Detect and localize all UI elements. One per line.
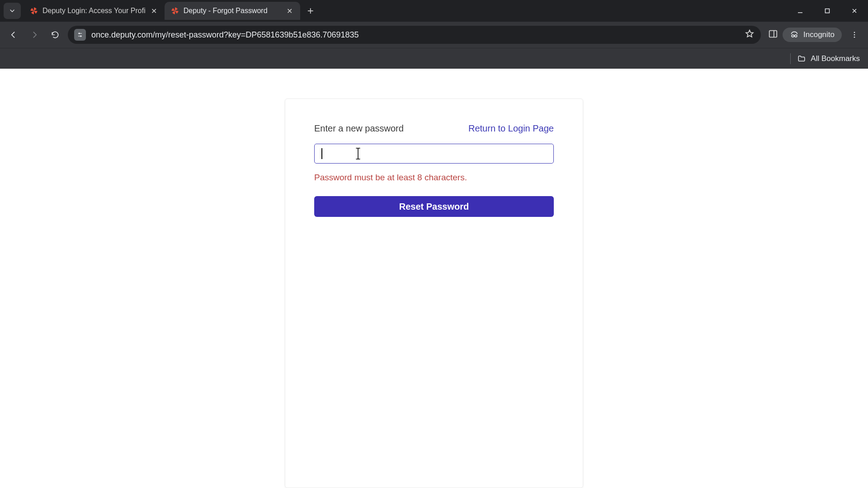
incognito-icon [790, 30, 799, 39]
minimize-icon [797, 8, 803, 14]
chevron-down-icon [9, 7, 16, 14]
tab-search-dropdown[interactable] [4, 3, 21, 19]
folder-icon [797, 55, 806, 63]
browser-tab[interactable]: Deputy - Forgot Password ✕ [165, 2, 300, 20]
nav-back-button[interactable] [5, 27, 22, 43]
bookmark-star-button[interactable] [745, 29, 755, 41]
tab-title: Deputy - Forgot Password [184, 7, 281, 15]
tab-close-button[interactable]: ✕ [286, 7, 294, 15]
window-maximize-button[interactable] [814, 0, 841, 22]
site-info-button[interactable] [74, 29, 86, 41]
address-bar[interactable]: once.deputy.com/my/reset-password?key=DP… [68, 26, 761, 44]
star-icon [745, 29, 755, 39]
svg-rect-1 [826, 9, 830, 13]
all-bookmarks-button[interactable]: All Bookmarks [797, 54, 860, 63]
incognito-label: Incognito [803, 30, 835, 39]
window-controls [787, 0, 868, 22]
maximize-icon [824, 8, 830, 14]
svg-point-12 [854, 34, 855, 36]
kebab-icon [850, 31, 859, 39]
reset-password-card: Enter a new password Return to Login Pag… [285, 99, 583, 488]
tab-close-button[interactable]: ✕ [150, 7, 158, 15]
url-text: once.deputy.com/my/reset-password?key=DP… [91, 30, 359, 40]
panel-icon [768, 29, 778, 39]
svg-point-8 [792, 35, 794, 37]
all-bookmarks-label: All Bookmarks [811, 54, 860, 63]
password-error-text: Password must be at least 8 characters. [314, 173, 554, 183]
arrow-right-icon [30, 30, 39, 39]
tab-title: Deputy Login: Access Your Profi [42, 7, 146, 15]
password-label: Enter a new password [314, 123, 404, 134]
new-tab-button[interactable]: + [303, 3, 318, 19]
deputy-favicon-icon [171, 7, 179, 15]
page-content: Enter a new password Return to Login Pag… [0, 69, 868, 488]
tab-strip: Deputy Login: Access Your Profi ✕ Deputy… [0, 0, 868, 22]
window-minimize-button[interactable] [787, 0, 814, 22]
new-password-input[interactable] [314, 144, 554, 164]
tune-icon [77, 32, 83, 38]
svg-point-9 [795, 35, 797, 37]
browser-tab[interactable]: Deputy Login: Access Your Profi ✕ [24, 2, 165, 20]
svg-point-11 [854, 32, 855, 33]
reset-password-button[interactable]: Reset Password [314, 196, 554, 217]
nav-reload-button[interactable] [47, 27, 63, 43]
browser-chrome: Deputy Login: Access Your Profi ✕ Deputy… [0, 0, 868, 69]
reload-icon [51, 30, 60, 39]
side-panel-button[interactable] [768, 29, 778, 41]
browser-menu-button[interactable] [846, 27, 863, 43]
nav-forward-button[interactable] [26, 27, 42, 43]
deputy-favicon-icon [30, 7, 38, 15]
browser-toolbar: once.deputy.com/my/reset-password?key=DP… [0, 22, 868, 48]
bookmarks-bar: All Bookmarks [0, 48, 868, 69]
svg-point-13 [854, 37, 855, 38]
close-icon [851, 8, 858, 14]
arrow-left-icon [9, 30, 18, 39]
separator [790, 53, 791, 64]
return-login-link[interactable]: Return to Login Page [468, 123, 554, 134]
window-close-button[interactable] [841, 0, 868, 22]
svg-rect-6 [769, 31, 777, 38]
incognito-indicator[interactable]: Incognito [783, 28, 842, 42]
